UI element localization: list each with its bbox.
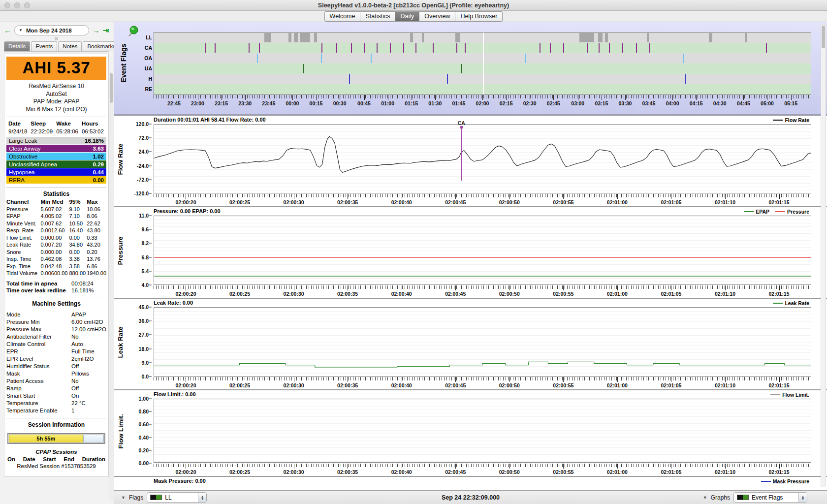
stat-cell: Leak Rate	[6, 242, 40, 249]
event-annotation-dot	[460, 126, 463, 128]
statistics-row: Leak Rate0.007.2034.8043.20	[6, 242, 106, 249]
setting-value: Full Time	[71, 348, 95, 355]
event-flags-row-oa[interactable]: OA	[154, 53, 811, 63]
sidebar-tab-bookmarks[interactable]: Bookmarks	[83, 41, 114, 51]
major-tick	[617, 464, 618, 469]
flow-limit-plot[interactable]	[154, 399, 811, 463]
event-mark	[264, 33, 271, 42]
major-tick	[779, 464, 780, 469]
x-tick-label: 02:00:50	[499, 382, 520, 388]
x-tick-label: 02:00:25	[229, 382, 250, 388]
y-tick-label: -24.0	[137, 163, 149, 169]
event-label: RERA	[9, 177, 25, 183]
setting-value: On	[71, 392, 79, 400]
graphs-scrollbar-thumb[interactable]	[822, 26, 825, 48]
event-annotation-line: CA	[461, 127, 462, 181]
sidebar-tab-notes[interactable]: Notes	[58, 41, 82, 51]
setting-label: Climate Control	[6, 341, 71, 348]
date-navigation: ← ▼ Mon Sep 24 2018 → ⇥	[4, 25, 109, 35]
stat-cell: 4.005.02	[40, 213, 69, 220]
y-tick-label: 4.0	[141, 282, 149, 288]
event-flags-row-h[interactable]: H	[154, 74, 811, 84]
tab-welcome[interactable]: Welcome	[324, 11, 361, 22]
x-tick-label: 23:45	[262, 100, 275, 106]
session-gauge-rest	[83, 435, 104, 442]
tab-daily[interactable]: Daily	[395, 11, 419, 22]
cpap-header-cell: Date	[23, 456, 35, 462]
tab-overview[interactable]: Overview	[419, 11, 455, 22]
major-tick	[509, 194, 510, 199]
chart-legend: Mask Pressure	[761, 478, 809, 484]
sidebar-tab-events[interactable]: Events	[31, 41, 57, 51]
statistics-row: Flow Limit.0.000.000.000.33	[6, 235, 106, 242]
cpap-session-line[interactable]: ResMed Session #1537853529	[6, 463, 106, 469]
next-day-arrow-icon[interactable]: →	[92, 27, 99, 34]
tab-help-browser[interactable]: Help Browser	[455, 11, 503, 22]
event-mark	[371, 54, 372, 63]
event-flags-panel[interactable]: Event Flags LLCAOAUAHRE 22:4523:0023:152…	[114, 22, 827, 115]
graphs-stepper[interactable]: ▲▼	[798, 493, 807, 502]
stat-cell: 0.000.00	[40, 235, 69, 242]
statistics-table: ChannelMin Med95%MaxPressure5.607.029.10…	[6, 199, 106, 278]
divider	[6, 187, 106, 188]
stat-cell: 0.00600.00	[40, 270, 69, 278]
setting-label: Patient Access	[6, 378, 71, 385]
splitter-handle[interactable]	[55, 37, 58, 40]
event-mark	[465, 43, 466, 53]
sidebar-tab-details[interactable]: Details	[4, 41, 30, 51]
tab-statistics[interactable]: Statistics	[360, 11, 395, 22]
divider	[6, 297, 106, 297]
event-mark	[321, 54, 322, 63]
graphs-combobox-value: Event Flags	[752, 494, 783, 501]
x-tick-label: 02:00:35	[337, 469, 358, 475]
major-tick	[348, 194, 348, 199]
event-flags-row-ua[interactable]: UA	[154, 63, 811, 74]
event-flags-row-ca[interactable]: CA	[154, 43, 811, 53]
flow-rate-plot[interactable]: CA	[154, 124, 811, 193]
event-mark	[257, 54, 258, 63]
mask-pressure-chart[interactable]: Mask Pressure: 0.00 Mask Pressure	[114, 476, 827, 491]
event-value: 1.02	[93, 154, 104, 159]
event-flags-row-re[interactable]: RE	[154, 84, 811, 94]
event-mark	[598, 33, 603, 42]
event-mark	[599, 43, 600, 53]
major-tick	[602, 95, 602, 100]
chart-title: Flow Limit.: 0.00	[154, 391, 196, 397]
major-tick	[198, 95, 198, 100]
x-tick-label: 02:00:55	[553, 291, 573, 297]
event-annotation-label: CA	[458, 120, 465, 126]
major-tick	[725, 285, 726, 290]
x-tick-label: 23:00	[191, 100, 204, 106]
major-tick	[671, 194, 671, 199]
major-tick	[240, 377, 240, 382]
graphs-collapse-icon[interactable]: ▼	[703, 495, 707, 500]
y-tick-label: 36.0	[139, 318, 149, 324]
major-tick	[222, 95, 222, 100]
setting-value: APAP	[71, 311, 86, 318]
leak-rate-plot[interactable]	[154, 307, 811, 377]
date-dropdown[interactable]: ▼ Mon Sep 24 2018	[14, 25, 89, 35]
stat-cell: Snore	[6, 249, 40, 256]
graphs-combobox[interactable]: Event Flags ▲▼	[733, 492, 807, 503]
latest-day-arrow-icon[interactable]: ⇥	[102, 27, 109, 34]
prev-day-arrow-icon[interactable]: ←	[4, 27, 11, 34]
y-tick-label: 0.80	[139, 409, 149, 414]
sidebar-scrollbar[interactable]	[109, 71, 113, 501]
pressure-plot[interactable]	[154, 216, 811, 285]
event-flags-row-ll[interactable]: LL	[154, 32, 811, 43]
event-flags-rows[interactable]: LLCAOAUAHRE	[154, 32, 811, 95]
stat-cell: EPAP	[6, 213, 40, 220]
event-mark	[410, 33, 413, 42]
x-tick-label: 03:15	[595, 100, 608, 106]
sidebar-scrollbar-thumb[interactable]	[110, 73, 113, 103]
setting-label: EPR Level	[6, 355, 71, 363]
header-cell: Date	[7, 121, 29, 127]
chart-title: Leak Rate: 0.00	[154, 300, 193, 306]
stat-cell: 0.462.08	[40, 256, 69, 263]
event-mark	[215, 43, 216, 53]
graphs-scrollbar[interactable]	[821, 24, 826, 487]
major-tick	[294, 194, 294, 199]
major-tick	[348, 285, 348, 290]
x-tick-label: 01:15	[405, 100, 418, 106]
x-tick-label: 02:00:50	[499, 291, 520, 297]
